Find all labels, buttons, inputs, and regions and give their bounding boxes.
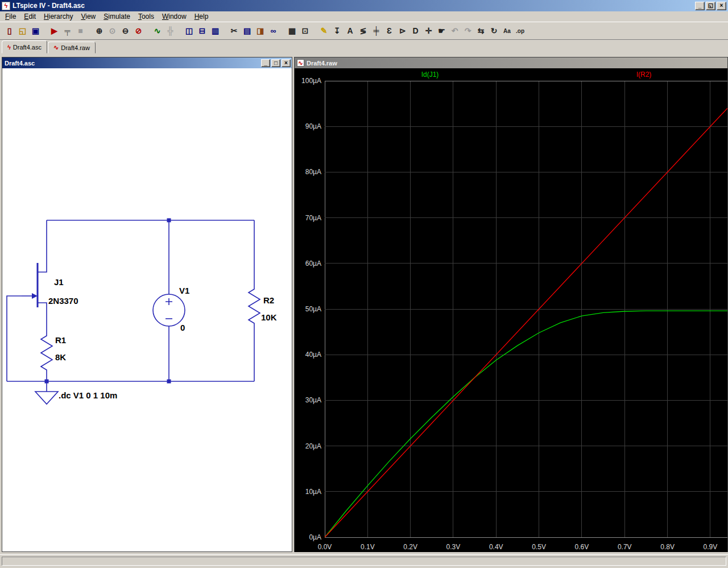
cascade-windows-button[interactable]: ▥ xyxy=(209,24,222,38)
save-icon: ▣ xyxy=(32,26,39,35)
print-preview-icon: ⊡ xyxy=(302,26,309,35)
restore-button[interactable]: ◱ xyxy=(706,2,715,10)
label-net-button[interactable]: A xyxy=(344,24,357,38)
ground-icon: ↧ xyxy=(334,26,341,35)
minimize-button[interactable]: _ xyxy=(695,2,705,10)
paste-icon: ◨ xyxy=(257,26,264,35)
rotate-icon: ↻ xyxy=(491,26,498,35)
ground-symbol[interactable] xyxy=(35,381,58,404)
tab-label: Draft4.raw xyxy=(61,44,90,51)
autorange-y-axis-button[interactable]: ∿ xyxy=(151,24,164,38)
waveform-plot-area[interactable]: 100µA90µA80µA70µA60µA50µA40µA30µA20µA10µ… xyxy=(295,68,727,552)
main-titlebar[interactable]: ϟ LTspice IV - Draft4.asc _ ◱ × xyxy=(0,0,728,11)
zoom-back-icon: ⊙ xyxy=(109,26,116,35)
menu-tools[interactable]: Tools xyxy=(134,12,158,21)
menu-edit[interactable]: Edit xyxy=(20,12,40,21)
x-tick-label: 0.4V xyxy=(489,543,503,551)
schematic-window-titlebar[interactable]: Draft4.asc _ □ × xyxy=(2,57,292,68)
label-v1-value[interactable]: 0 xyxy=(180,323,185,332)
resistor-r2[interactable] xyxy=(249,286,260,327)
menu-help[interactable]: Help xyxy=(191,12,213,21)
paste-button[interactable]: ◨ xyxy=(254,24,267,38)
x-tick-label: 0.2V xyxy=(403,543,417,551)
app-icon: ϟ xyxy=(2,2,10,10)
resistor-button[interactable]: ≶ xyxy=(357,24,370,38)
label-r2-value[interactable]: 10K xyxy=(261,312,277,322)
diode-button[interactable]: ⊳ xyxy=(396,24,409,38)
redo-button: ↷ xyxy=(461,24,474,38)
wire-button[interactable]: ✎ xyxy=(317,24,330,38)
label-v1-ref[interactable]: V1 xyxy=(179,286,189,295)
spice-directive-text[interactable]: .dc V1 0 1 10m xyxy=(59,390,117,400)
text-button[interactable]: Aa xyxy=(500,24,514,38)
move-button[interactable]: ✛ xyxy=(422,24,435,38)
jfet-j1[interactable] xyxy=(22,220,47,333)
tab-draft4-asc[interactable]: ϟ Draft4.asc xyxy=(2,40,47,53)
resistor-r1[interactable] xyxy=(41,333,52,373)
inductor-button[interactable]: Ɛ xyxy=(383,24,396,38)
menu-simulate[interactable]: Simulate xyxy=(100,12,134,21)
schematic-canvas[interactable]: J1 2N3370 R1 8K V1 0 R2 10K .dc V1 0 1 1… xyxy=(2,68,292,551)
schematic-close-button[interactable]: × xyxy=(282,59,291,67)
legend-id-j1[interactable]: Id(J1) xyxy=(396,71,464,79)
label-j1-ref[interactable]: J1 xyxy=(54,277,64,287)
cut-button[interactable]: ✂ xyxy=(228,24,241,38)
run-icon: ▶ xyxy=(51,26,57,35)
open-button[interactable]: ◱ xyxy=(16,24,29,38)
capacitor-icon: ╪ xyxy=(374,26,379,35)
component-button[interactable]: D xyxy=(409,24,422,38)
menu-window[interactable]: Window xyxy=(158,12,191,21)
status-bar xyxy=(0,554,728,568)
plot-svg: 100µA90µA80µA70µA60µA50µA40µA30µA20µA10µ… xyxy=(295,68,727,552)
tab-draft4-raw[interactable]: ∿ Draft4.raw xyxy=(48,42,96,53)
copy-button[interactable]: ▤ xyxy=(241,24,254,38)
y-tick-label: 20µA xyxy=(305,442,321,450)
control-panel-button[interactable]: ╤ xyxy=(61,24,74,38)
halt-icon: ■ xyxy=(78,26,82,35)
toolbar: ▯◱▣▶╤■⊕⊙⊖⊘∿╬◫⊟▥✂▤◨∞▦⊡✎↧A≶╪Ɛ⊳D✛☛↶↷⇆↻Aa.op xyxy=(0,22,728,40)
plot-settings-button: ╬ xyxy=(164,24,177,38)
mirror-button[interactable]: ⇆ xyxy=(474,24,487,38)
x-tick-label: 0.9V xyxy=(704,543,718,551)
schematic-minimize-button[interactable]: _ xyxy=(261,59,270,67)
schematic-maximize-button[interactable]: □ xyxy=(271,59,280,67)
run-button[interactable]: ▶ xyxy=(48,24,61,38)
ground-button[interactable]: ↧ xyxy=(330,24,344,38)
drag-button[interactable]: ☛ xyxy=(435,24,448,38)
cascade-windows-icon: ▥ xyxy=(212,26,219,35)
rotate-button[interactable]: ↻ xyxy=(487,24,500,38)
tile-vertically-button[interactable]: ◫ xyxy=(183,24,196,38)
label-r2-ref[interactable]: R2 xyxy=(263,295,274,305)
tile-vertically-icon: ◫ xyxy=(185,26,193,35)
waveform-window-titlebar[interactable]: ∿ Draft4.raw xyxy=(295,57,727,68)
print-button[interactable]: ▦ xyxy=(286,24,299,38)
zoom-in-button[interactable]: ⊕ xyxy=(93,24,106,38)
waveform-window: ∿ Draft4.raw 100µA90µA80µA70µA60µA50µA40… xyxy=(294,57,728,552)
print-preview-button[interactable]: ⊡ xyxy=(299,24,312,38)
label-j1-value[interactable]: 2N3370 xyxy=(48,296,78,306)
tile-horizontally-button[interactable]: ⊟ xyxy=(196,24,209,38)
save-button[interactable]: ▣ xyxy=(29,24,42,38)
zoom-full-extents-button[interactable]: ⊘ xyxy=(132,24,145,38)
circuit-wires[interactable] xyxy=(7,220,254,381)
resistor-icon: ≶ xyxy=(360,26,367,35)
legend-i-r2[interactable]: I(R2) xyxy=(610,71,678,79)
inductor-icon: Ɛ xyxy=(387,26,392,35)
menu-hierarchy[interactable]: Hierarchy xyxy=(40,12,77,21)
capacitor-button[interactable]: ╪ xyxy=(370,24,383,38)
tile-horizontally-icon: ⊟ xyxy=(199,26,206,35)
zoom-out-button[interactable]: ⊖ xyxy=(119,24,132,38)
close-button[interactable]: × xyxy=(717,2,726,10)
menu-view[interactable]: View xyxy=(77,12,100,21)
y-tick-label: 0µA xyxy=(309,533,321,541)
voltage-source-v1[interactable] xyxy=(153,294,185,326)
diode-icon: ⊳ xyxy=(399,26,406,35)
menu-file[interactable]: File xyxy=(1,12,20,21)
label-r1-ref[interactable]: R1 xyxy=(55,335,66,345)
x-tick-label: 0.7V xyxy=(618,543,632,551)
new-schematic-button[interactable]: ▯ xyxy=(3,24,16,38)
label-r1-value[interactable]: 8K xyxy=(55,352,66,362)
plot-grid xyxy=(325,81,727,537)
find-button[interactable]: ∞ xyxy=(267,24,280,38)
spice-directive-button[interactable]: .op xyxy=(514,24,527,38)
